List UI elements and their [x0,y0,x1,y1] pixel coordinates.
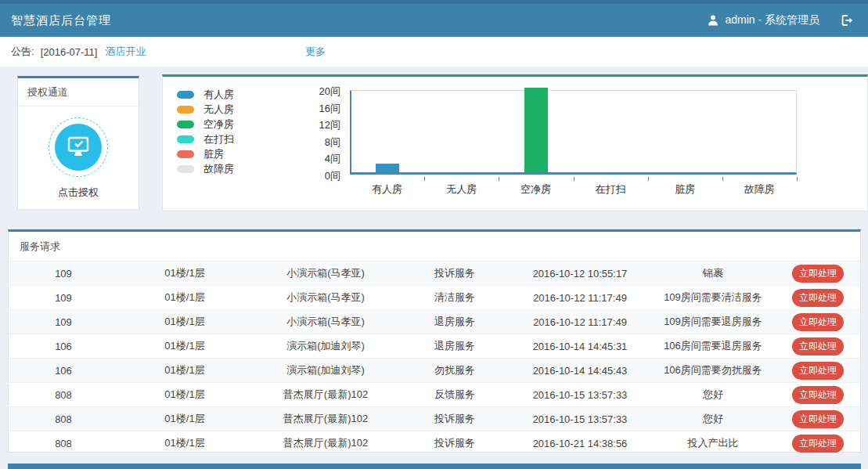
x-tick-label: 空净房 [499,182,573,197]
x-tick-label: 无人房 [424,182,499,197]
cell-device: 普杰展厅(最新)102 [251,412,400,426]
announcement-bar: 公告: [2016-07-11] 酒店开业 更多 [0,37,868,67]
cell-floor: 01楼/1层 [118,436,251,450]
y-tick-label: 4间 [325,152,340,166]
legend-item[interactable]: 故障房 [177,161,234,176]
app-title: 智慧酒店后台管理 [11,13,111,28]
cell-service: 清洁服务 [400,290,510,305]
legend-swatch [177,91,194,99]
user-label: admin - 系统管理员 [725,13,819,27]
announcement-date: [2016-07-11] [41,46,98,58]
cell-time: 2016-10-21 14:38:56 [510,438,650,449]
cell-time: 2016-10-12 11:17:49 [510,292,650,304]
cell-time: 2016-10-15 13:57:33 [510,389,650,401]
cell-service: 勿扰服务 [400,363,510,377]
cell-floor: 01楼/1层 [118,315,251,329]
cell-room: 808 [9,413,118,425]
cell-message: 106房间需要勿扰服务 [650,363,776,377]
legend-item[interactable]: 有人房 [177,87,234,102]
cell-service: 投诉服务 [400,436,510,450]
cell-time: 2016-10-12 10:55:17 [510,268,650,280]
service-panel-title: 服务请求 [9,232,860,262]
cell-time: 2016-10-14 14:45:43 [510,365,650,377]
y-tick-label: 16间 [319,102,340,116]
legend-item[interactable]: 脏房 [177,146,234,161]
cell-message: 您好 [650,388,776,402]
handle-now-button[interactable]: 立即处理 [792,362,844,380]
authorize-circle [55,124,102,171]
service-request-row: 10901楼/1层小演示箱(马孝亚)清洁服务2016-10-12 11:17:4… [9,286,860,310]
logout-icon [840,13,854,27]
legend-label: 无人房 [203,103,234,117]
handle-now-button[interactable]: 立即处理 [792,435,844,453]
cell-service: 反馈服务 [400,388,510,402]
service-requests-panel: 服务请求 10901楼/1层小演示箱(马孝亚)投诉服务2016-10-12 10… [8,229,861,453]
authorize-label: 点击授权 [18,186,139,200]
handle-now-button[interactable]: 立即处理 [792,289,844,307]
cell-device: 小演示箱(马孝亚) [251,290,400,305]
legend-item[interactable]: 无人房 [177,102,234,117]
cell-service: 退房服务 [400,315,510,329]
cell-floor: 01楼/1层 [118,266,251,280]
x-tick-label: 脏房 [648,182,722,197]
room-status-chart-panel: 有人房无人房空净房在打扫脏房故障房 20间16间12间8间4间0间 有人房无人房… [162,74,868,211]
legend-swatch [177,121,194,128]
cell-service: 投诉服务 [400,266,510,280]
cell-device: 普杰展厅(最新)102 [251,436,400,450]
cell-message: 109房间需要退房服务 [650,315,776,329]
bar-有人房 [376,164,399,172]
legend-label: 有人房 [203,88,234,102]
bar-空净房 [524,88,548,172]
cell-room: 106 [9,341,118,352]
service-request-row: 10901楼/1层小演示箱(马孝亚)投诉服务2016-10-12 10:55:1… [9,262,860,286]
handle-now-button[interactable]: 立即处理 [792,265,844,283]
x-tick-mark [574,177,574,181]
legend-label: 脏房 [203,147,224,161]
service-request-row: 10601楼/1层演示箱(加迪刘琴)勿扰服务2016-10-14 14:45:4… [9,359,860,383]
more-link[interactable]: 更多 [305,45,326,59]
service-request-row: 80801楼/1层普杰展厅(最新)102投诉服务2016-10-21 14:38… [9,431,860,456]
cell-floor: 01楼/1层 [118,363,251,377]
cell-device: 演示箱(加迪刘琴) [251,339,400,353]
legend-swatch [177,106,194,114]
cell-message: 109房间需要清洁服务 [650,290,776,305]
handle-now-button[interactable]: 立即处理 [792,410,844,428]
x-tick-mark [722,177,723,181]
handle-now-button[interactable]: 立即处理 [792,337,844,355]
cell-message: 投入产出比 [650,436,776,450]
auth-panel-title: 授权通道 [18,78,139,106]
user-menu[interactable]: admin - 系统管理员 [707,13,819,27]
cell-floor: 01楼/1层 [118,388,251,402]
cell-time: 2016-10-14 14:45:31 [510,341,650,352]
cell-message: 您好 [650,412,776,426]
app-header: 智慧酒店后台管理 admin - 系统管理员 [0,4,868,37]
handle-now-button[interactable]: 立即处理 [792,313,844,331]
authorize-button[interactable] [49,117,108,177]
logout-button[interactable] [840,13,854,27]
next-panel-top-border [8,464,861,469]
cell-room: 808 [9,389,118,401]
legend-label: 空净房 [203,117,234,132]
announcement-link[interactable]: 酒店开业 [105,45,146,59]
legend-label: 在打扫 [203,132,234,146]
user-icon [707,14,719,27]
cell-time: 2016-10-12 11:17:49 [510,316,650,328]
handle-now-button[interactable]: 立即处理 [792,386,844,404]
cell-floor: 01楼/1层 [118,290,251,305]
service-request-row: 80801楼/1层普杰展厅(最新)102反馈服务2016-10-15 13:57… [9,383,860,407]
cell-device: 演示箱(加迪刘琴) [251,363,400,377]
service-requests-table: 10901楼/1层小演示箱(马孝亚)投诉服务2016-10-12 10:55:1… [9,262,860,456]
x-tick-mark [797,177,798,181]
legend-swatch [177,150,194,158]
cell-room: 106 [9,365,118,377]
x-tick-label: 在打扫 [574,182,648,197]
service-request-row: 80801楼/1层普杰展厅(最新)102投诉服务2016-10-15 13:57… [9,407,860,431]
legend-item[interactable]: 空净房 [177,117,234,132]
cell-device: 小演示箱(马孝亚) [251,266,400,280]
x-tick-mark [424,177,425,181]
legend-item[interactable]: 在打扫 [177,132,234,146]
y-tick-label: 8间 [325,135,340,150]
announcement-label: 公告: [11,45,34,59]
auth-panel: 授权通道 点击授权 [17,76,139,210]
cell-device: 小演示箱(马孝亚) [251,315,400,329]
